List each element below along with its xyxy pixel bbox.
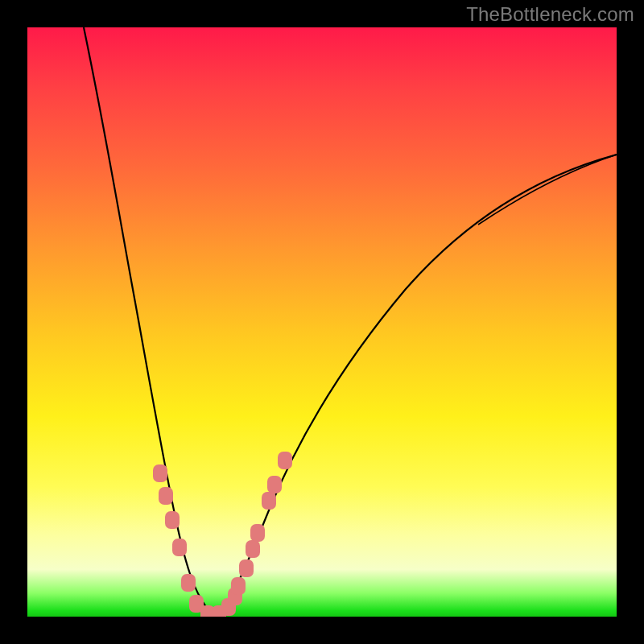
data-marker <box>239 559 254 577</box>
data-marker <box>250 524 265 542</box>
data-marker <box>153 464 167 482</box>
marker-group <box>153 452 292 617</box>
data-marker <box>262 492 276 510</box>
watermark-text: TheBottleneck.com <box>466 5 634 24</box>
bottleneck-curve-right-tail <box>478 155 617 225</box>
bottleneck-curve <box>84 27 617 615</box>
data-marker <box>165 511 180 529</box>
data-marker <box>231 577 246 595</box>
data-marker <box>246 540 260 558</box>
data-marker <box>181 574 196 592</box>
data-marker <box>159 487 173 505</box>
chart-plot-area <box>27 27 617 617</box>
data-marker <box>172 539 187 556</box>
data-marker <box>278 452 292 469</box>
data-marker <box>267 476 282 493</box>
chart-svg <box>27 27 617 617</box>
chart-frame: TheBottleneck.com <box>0 0 644 644</box>
